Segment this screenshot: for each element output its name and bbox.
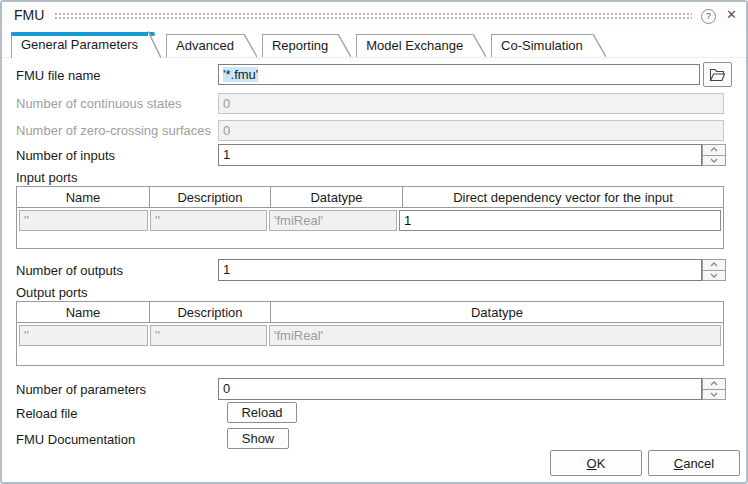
datatype-cell: 'fmiReal' [269, 325, 721, 346]
title-bar: FMU ? ✕ [2, 2, 746, 29]
column-header: Datatype [271, 302, 723, 322]
description-cell: '' [150, 210, 267, 231]
browse-file-button[interactable] [703, 62, 732, 87]
tab-slant-edge [338, 34, 351, 57]
output-ports-title: Output ports [16, 285, 88, 300]
output-ports-table: Name Description Datatype '' '' 'fmiReal… [16, 301, 724, 366]
chevron-down-icon [710, 392, 718, 397]
number-of-outputs-spinner [702, 259, 726, 281]
output-ports-header: Name Description Datatype [17, 302, 723, 323]
tab-reporting[interactable]: Reporting [262, 34, 338, 57]
table-row: '' '' 'fmiReal' 1 [17, 208, 723, 232]
chevron-up-icon [710, 381, 718, 386]
description-cell: '' [150, 325, 267, 346]
selected-text: '*.fmu' [223, 67, 258, 82]
input-ports-title: Input ports [16, 170, 77, 185]
number-of-parameters-input[interactable]: 0 [218, 378, 702, 400]
button-label: Cancel [674, 456, 714, 471]
fmu-dialog: FMU ? ✕ General Parameters Advanced Repo… [0, 0, 748, 484]
column-header: Direct dependency vector for the input [403, 187, 723, 207]
continuous-states-label: Number of continuous states [16, 96, 181, 111]
name-cell: '' [19, 210, 148, 231]
spinner-down-button[interactable] [702, 155, 726, 167]
reload-button[interactable]: Reload [227, 402, 297, 423]
tab-label: Model Exchange [366, 38, 463, 53]
chevron-up-icon [710, 262, 718, 267]
button-label: OK [587, 456, 606, 471]
column-header: Description [150, 302, 271, 322]
name-cell: '' [19, 325, 148, 346]
number-of-outputs-input[interactable]: 1 [218, 259, 702, 281]
datatype-cell: 'fmiReal' [269, 210, 397, 231]
reload-file-label: Reload file [16, 406, 77, 421]
tab-slant-edge [473, 34, 486, 57]
tab-co-simulation[interactable]: Co-Simulation [491, 34, 593, 57]
number-of-inputs-label: Number of inputs [16, 148, 115, 163]
table-row: '' '' 'fmiReal' [17, 323, 723, 347]
zero-crossing-input: 0 [218, 120, 724, 141]
column-header: Name [17, 302, 150, 322]
tab-model-exchange[interactable]: Model Exchange [356, 34, 473, 57]
column-header: Datatype [271, 187, 403, 207]
tab-advanced[interactable]: Advanced [166, 34, 244, 57]
close-icon[interactable]: ✕ [726, 7, 737, 22]
tab-slant-edge [148, 31, 161, 58]
input-ports-table: Name Description Datatype Direct depende… [16, 186, 724, 249]
tab-label: Reporting [272, 38, 328, 53]
table-empty-area [17, 347, 723, 365]
tab-slant-edge [593, 34, 606, 57]
show-documentation-button[interactable]: Show [227, 428, 289, 449]
tab-general-parameters[interactable]: General Parameters [11, 32, 148, 58]
direct-dependency-cell[interactable]: 1 [399, 210, 721, 231]
tab-label: Co-Simulation [501, 38, 583, 53]
fmu-documentation-label: FMU Documentation [16, 432, 135, 447]
number-of-parameters-spinner [702, 378, 726, 400]
spinner-down-button[interactable] [702, 389, 726, 401]
number-of-inputs-input[interactable]: 1 [218, 144, 702, 166]
chevron-down-icon [710, 273, 718, 278]
chevron-up-icon [710, 147, 718, 152]
table-empty-area [17, 232, 723, 248]
tab-slant-edge [244, 34, 257, 57]
ok-button[interactable]: OK [550, 450, 642, 476]
open-folder-icon [709, 68, 726, 82]
cancel-button[interactable]: Cancel [648, 450, 740, 476]
tab-label: General Parameters [21, 37, 138, 52]
tab-label: Advanced [176, 38, 234, 53]
drag-handle-dots[interactable] [54, 12, 692, 20]
chevron-down-icon [710, 158, 718, 163]
input-ports-header: Name Description Datatype Direct depende… [17, 187, 723, 208]
fmu-file-name-input[interactable]: '*.fmu' [218, 64, 700, 85]
spinner-down-button[interactable] [702, 270, 726, 282]
column-header: Description [150, 187, 271, 207]
button-label: Show [242, 431, 275, 446]
number-of-inputs-spinner [702, 144, 726, 166]
help-icon[interactable]: ? [701, 9, 716, 24]
number-of-outputs-label: Number of outputs [16, 263, 123, 278]
zero-crossing-label: Number of zero-crossing surfaces [16, 123, 211, 138]
tab-bar: General Parameters Advanced Reporting Mo… [2, 30, 746, 58]
number-of-parameters-label: Number of parameters [16, 382, 146, 397]
dialog-title: FMU [14, 7, 44, 23]
button-label: Reload [241, 405, 282, 420]
column-header: Name [17, 187, 150, 207]
fmu-file-name-label: FMU file name [16, 68, 101, 83]
continuous-states-input: 0 [218, 93, 724, 114]
